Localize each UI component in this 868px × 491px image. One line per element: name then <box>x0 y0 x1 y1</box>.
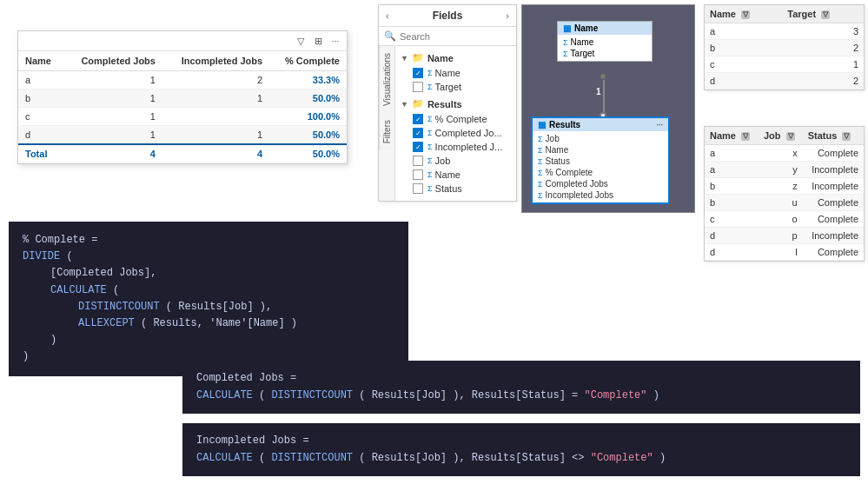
field-label: Job <box>435 156 451 166</box>
table-row: b 1 1 50.0% <box>18 90 347 108</box>
folder-icon: 📁 <box>412 52 424 63</box>
field-item---complete[interactable]: Σ% Complete <box>395 112 516 126</box>
fields-nav-forward[interactable]: › <box>506 10 509 21</box>
cell-incompleted: 1 <box>162 90 269 108</box>
cell-name: a <box>18 71 63 90</box>
field-checkbox[interactable] <box>413 128 423 138</box>
field-item-status[interactable]: ΣStatus <box>395 182 516 196</box>
rt-target: 3 <box>782 23 864 40</box>
field-item-name[interactable]: ΣName <box>395 66 516 80</box>
canvas-results-icon: ▦ <box>538 120 546 129</box>
field-item-completed-jo---[interactable]: ΣCompleted Jo... <box>395 126 516 140</box>
field-checkbox[interactable] <box>413 142 423 152</box>
field-item-target[interactable]: ΣTarget <box>395 80 516 94</box>
fields-header: ‹ Fields › <box>379 5 516 27</box>
rt-name: b <box>705 40 782 56</box>
right-bottom-row: bzIncomplete <box>705 178 864 195</box>
field-label: Target <box>435 82 462 92</box>
cell-name: d <box>18 126 63 145</box>
sort-name-icon[interactable]: ▽ <box>741 10 750 19</box>
cell-incompleted <box>162 108 269 126</box>
fields-title: Fields <box>433 10 463 22</box>
rb-name: c <box>705 211 759 228</box>
col-b-job: Job ▽ <box>759 127 803 145</box>
search-input[interactable] <box>400 31 511 42</box>
expand-icon: ▼ <box>401 100 408 109</box>
field-item-job[interactable]: ΣJob <box>395 154 516 168</box>
sort-b-name-icon[interactable]: ▽ <box>741 132 750 141</box>
field-label: Name <box>435 169 461 180</box>
right-top-table: Name ▽ Target ▽ a3b2c1d2 <box>704 4 865 90</box>
rb-status: Complete <box>803 145 864 162</box>
canvas-name-table-title: Name <box>574 23 598 33</box>
field-checkbox[interactable] <box>413 183 423 194</box>
field-type-sigma: Σ <box>427 143 433 151</box>
total-completed: 4 <box>63 144 162 163</box>
field-type-sigma: Σ <box>427 156 433 165</box>
field-label: Completed Jo... <box>435 128 502 138</box>
right-top-row: a3 <box>705 23 864 40</box>
filters-tab[interactable]: Filters <box>379 113 394 150</box>
field-checkbox[interactable] <box>413 68 423 78</box>
fields-content: ▼📁NameΣNameΣTarget▼📁ResultsΣ% CompleteΣC… <box>395 46 516 201</box>
right-top-header: Name ▽ Target ▽ <box>705 5 864 23</box>
sort-b-job-icon[interactable]: ▽ <box>786 132 795 141</box>
field-checkbox[interactable] <box>413 114 423 124</box>
code-completed-label: Completed Jobs = <box>196 369 846 387</box>
rb-job: z <box>759 178 803 195</box>
right-bottom-row: coComplete <box>705 211 864 228</box>
field-type-sigma: Σ <box>427 69 433 77</box>
format-icon[interactable]: ⊞ <box>312 35 324 47</box>
cell-pct: 33.3% <box>269 71 347 90</box>
cell-completed: 1 <box>63 108 162 126</box>
cell-name: c <box>18 108 63 126</box>
table-row: c 1 100.0% <box>18 108 347 126</box>
field-checkbox[interactable] <box>413 156 423 166</box>
canvas-more-icon[interactable]: ··· <box>656 121 663 129</box>
table-total-row: Total 4 4 50.0% <box>18 144 347 163</box>
right-top-row: b2 <box>705 40 864 56</box>
col-right-target: Target ▽ <box>782 5 864 23</box>
canvas-table-icon: ▦ <box>563 23 571 33</box>
code-block-incompleted-jobs: Incompleted Jobs = CALCULATE ( DISTINCTC… <box>182 423 860 476</box>
folder-icon: 📁 <box>412 98 424 109</box>
canvas-name-row-name: Σ Name <box>563 36 646 48</box>
fields-sidebar: Visualizations Filters ▼📁NameΣNameΣTarge… <box>379 46 516 201</box>
field-checkbox[interactable] <box>413 169 423 180</box>
fields-panel: ‹ Fields › 🔍 Visualizations Filters ▼📁Na… <box>378 4 517 202</box>
rt-target: 1 <box>782 56 864 73</box>
fields-nav-back[interactable]: ‹ <box>386 10 389 21</box>
join-label: 1 <box>596 87 601 96</box>
field-label: Incompleted J... <box>435 142 503 152</box>
sort-b-status-icon[interactable]: ▽ <box>842 132 851 141</box>
code-line-4: CALCULATE ( <box>23 282 394 299</box>
field-checkbox[interactable] <box>413 82 423 92</box>
rb-name: a <box>705 162 759 178</box>
rb-name: b <box>705 178 759 195</box>
fields-search-bar[interactable]: 🔍 <box>379 27 516 46</box>
canvas-name-table: ▦ Name Σ Name Σ Target <box>557 21 653 62</box>
visualizations-tab[interactable]: Visualizations <box>379 46 394 113</box>
rb-job: y <box>759 162 803 178</box>
total-label: Total <box>18 144 63 163</box>
rb-job: o <box>759 211 803 228</box>
field-label: Name <box>435 68 461 78</box>
filter-icon[interactable]: ▽ <box>295 35 307 47</box>
canvas-results-field-job: ΣJob <box>538 133 663 144</box>
more-icon[interactable]: ··· <box>329 35 341 47</box>
cell-incompleted: 1 <box>162 126 269 145</box>
right-bottom-row: ayIncomplete <box>705 162 864 178</box>
rb-name: a <box>705 145 759 162</box>
cell-incompleted: 2 <box>162 71 269 90</box>
field-group-header-results[interactable]: ▼📁Results <box>395 96 516 112</box>
table-row: d 1 1 50.0% <box>18 126 347 145</box>
field-item-incompleted-j---[interactable]: ΣIncompleted J... <box>395 140 516 154</box>
rt-target: 2 <box>782 40 864 56</box>
sort-target-icon[interactable]: ▽ <box>821 10 830 19</box>
field-group-header-name[interactable]: ▼📁Name <box>395 50 516 66</box>
code-line-5: DISTINCTCOUNT ( Results[Job] ), <box>23 299 394 315</box>
field-item-name[interactable]: ΣName <box>395 168 516 182</box>
col-completed: Completed Jobs <box>63 51 162 71</box>
canvas-results-field-status: ΣStatus <box>538 156 663 167</box>
canvas-results-field-name: ΣName <box>538 144 663 156</box>
